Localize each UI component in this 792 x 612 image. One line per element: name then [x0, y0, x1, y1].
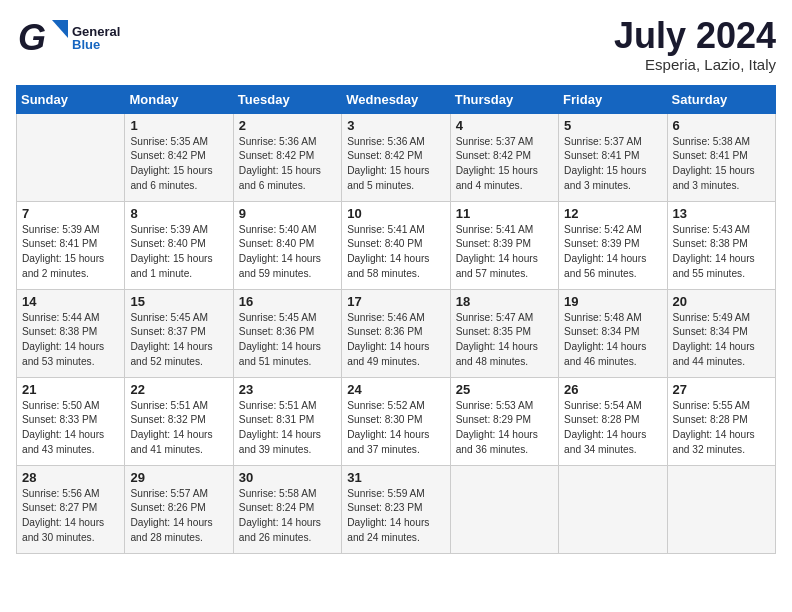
weekday-header-saturday: Saturday	[667, 85, 775, 113]
weekday-header-monday: Monday	[125, 85, 233, 113]
svg-marker-1	[52, 20, 68, 38]
cell-sun-info: Sunrise: 5:56 AMSunset: 8:27 PMDaylight:…	[22, 487, 119, 546]
cell-sun-info: Sunrise: 5:38 AMSunset: 8:41 PMDaylight:…	[673, 135, 770, 194]
calendar-cell: 20Sunrise: 5:49 AMSunset: 8:34 PMDayligh…	[667, 289, 775, 377]
day-number: 24	[347, 382, 444, 397]
cell-sun-info: Sunrise: 5:45 AMSunset: 8:36 PMDaylight:…	[239, 311, 336, 370]
day-number: 31	[347, 470, 444, 485]
weekday-header-wednesday: Wednesday	[342, 85, 450, 113]
weekday-header-sunday: Sunday	[17, 85, 125, 113]
calendar-cell: 22Sunrise: 5:51 AMSunset: 8:32 PMDayligh…	[125, 377, 233, 465]
week-row-1: 1Sunrise: 5:35 AMSunset: 8:42 PMDaylight…	[17, 113, 776, 201]
day-number: 13	[673, 206, 770, 221]
day-number: 22	[130, 382, 227, 397]
calendar-cell: 26Sunrise: 5:54 AMSunset: 8:28 PMDayligh…	[559, 377, 667, 465]
cell-sun-info: Sunrise: 5:54 AMSunset: 8:28 PMDaylight:…	[564, 399, 661, 458]
calendar-cell: 1Sunrise: 5:35 AMSunset: 8:42 PMDaylight…	[125, 113, 233, 201]
weekday-header-thursday: Thursday	[450, 85, 558, 113]
day-number: 10	[347, 206, 444, 221]
cell-sun-info: Sunrise: 5:47 AMSunset: 8:35 PMDaylight:…	[456, 311, 553, 370]
day-number: 11	[456, 206, 553, 221]
day-number: 14	[22, 294, 119, 309]
calendar-cell: 23Sunrise: 5:51 AMSunset: 8:31 PMDayligh…	[233, 377, 341, 465]
title-area: July 2024 Esperia, Lazio, Italy	[614, 16, 776, 73]
cell-sun-info: Sunrise: 5:39 AMSunset: 8:40 PMDaylight:…	[130, 223, 227, 282]
weekday-header-row: SundayMondayTuesdayWednesdayThursdayFrid…	[17, 85, 776, 113]
cell-sun-info: Sunrise: 5:52 AMSunset: 8:30 PMDaylight:…	[347, 399, 444, 458]
logo: G General Blue	[16, 16, 120, 60]
day-number: 21	[22, 382, 119, 397]
week-row-3: 14Sunrise: 5:44 AMSunset: 8:38 PMDayligh…	[17, 289, 776, 377]
calendar-cell: 27Sunrise: 5:55 AMSunset: 8:28 PMDayligh…	[667, 377, 775, 465]
calendar-cell: 28Sunrise: 5:56 AMSunset: 8:27 PMDayligh…	[17, 465, 125, 553]
calendar-cell: 12Sunrise: 5:42 AMSunset: 8:39 PMDayligh…	[559, 201, 667, 289]
day-number: 6	[673, 118, 770, 133]
location-label: Esperia, Lazio, Italy	[614, 56, 776, 73]
cell-sun-info: Sunrise: 5:44 AMSunset: 8:38 PMDaylight:…	[22, 311, 119, 370]
calendar-cell: 5Sunrise: 5:37 AMSunset: 8:41 PMDaylight…	[559, 113, 667, 201]
day-number: 5	[564, 118, 661, 133]
cell-sun-info: Sunrise: 5:37 AMSunset: 8:41 PMDaylight:…	[564, 135, 661, 194]
cell-sun-info: Sunrise: 5:51 AMSunset: 8:32 PMDaylight:…	[130, 399, 227, 458]
calendar-cell: 16Sunrise: 5:45 AMSunset: 8:36 PMDayligh…	[233, 289, 341, 377]
calendar-cell: 30Sunrise: 5:58 AMSunset: 8:24 PMDayligh…	[233, 465, 341, 553]
day-number: 30	[239, 470, 336, 485]
day-number: 28	[22, 470, 119, 485]
cell-sun-info: Sunrise: 5:46 AMSunset: 8:36 PMDaylight:…	[347, 311, 444, 370]
day-number: 29	[130, 470, 227, 485]
week-row-2: 7Sunrise: 5:39 AMSunset: 8:41 PMDaylight…	[17, 201, 776, 289]
calendar-cell	[17, 113, 125, 201]
calendar-cell: 3Sunrise: 5:36 AMSunset: 8:42 PMDaylight…	[342, 113, 450, 201]
cell-sun-info: Sunrise: 5:36 AMSunset: 8:42 PMDaylight:…	[239, 135, 336, 194]
day-number: 26	[564, 382, 661, 397]
cell-sun-info: Sunrise: 5:35 AMSunset: 8:42 PMDaylight:…	[130, 135, 227, 194]
calendar-cell: 15Sunrise: 5:45 AMSunset: 8:37 PMDayligh…	[125, 289, 233, 377]
calendar-cell: 8Sunrise: 5:39 AMSunset: 8:40 PMDaylight…	[125, 201, 233, 289]
calendar-cell: 7Sunrise: 5:39 AMSunset: 8:41 PMDaylight…	[17, 201, 125, 289]
day-number: 2	[239, 118, 336, 133]
week-row-4: 21Sunrise: 5:50 AMSunset: 8:33 PMDayligh…	[17, 377, 776, 465]
day-number: 18	[456, 294, 553, 309]
day-number: 12	[564, 206, 661, 221]
cell-sun-info: Sunrise: 5:57 AMSunset: 8:26 PMDaylight:…	[130, 487, 227, 546]
weekday-header-friday: Friday	[559, 85, 667, 113]
cell-sun-info: Sunrise: 5:41 AMSunset: 8:39 PMDaylight:…	[456, 223, 553, 282]
month-year-title: July 2024	[614, 16, 776, 56]
calendar-cell	[450, 465, 558, 553]
calendar-cell: 24Sunrise: 5:52 AMSunset: 8:30 PMDayligh…	[342, 377, 450, 465]
calendar-cell: 25Sunrise: 5:53 AMSunset: 8:29 PMDayligh…	[450, 377, 558, 465]
day-number: 7	[22, 206, 119, 221]
cell-sun-info: Sunrise: 5:53 AMSunset: 8:29 PMDaylight:…	[456, 399, 553, 458]
cell-sun-info: Sunrise: 5:45 AMSunset: 8:37 PMDaylight:…	[130, 311, 227, 370]
calendar-cell: 21Sunrise: 5:50 AMSunset: 8:33 PMDayligh…	[17, 377, 125, 465]
cell-sun-info: Sunrise: 5:59 AMSunset: 8:23 PMDaylight:…	[347, 487, 444, 546]
day-number: 3	[347, 118, 444, 133]
day-number: 4	[456, 118, 553, 133]
calendar-cell: 13Sunrise: 5:43 AMSunset: 8:38 PMDayligh…	[667, 201, 775, 289]
day-number: 25	[456, 382, 553, 397]
logo-icon-area: G	[16, 16, 68, 60]
calendar-cell: 17Sunrise: 5:46 AMSunset: 8:36 PMDayligh…	[342, 289, 450, 377]
day-number: 19	[564, 294, 661, 309]
calendar-cell	[667, 465, 775, 553]
cell-sun-info: Sunrise: 5:51 AMSunset: 8:31 PMDaylight:…	[239, 399, 336, 458]
day-number: 23	[239, 382, 336, 397]
calendar-cell: 2Sunrise: 5:36 AMSunset: 8:42 PMDaylight…	[233, 113, 341, 201]
calendar-cell: 14Sunrise: 5:44 AMSunset: 8:38 PMDayligh…	[17, 289, 125, 377]
day-number: 16	[239, 294, 336, 309]
cell-sun-info: Sunrise: 5:39 AMSunset: 8:41 PMDaylight:…	[22, 223, 119, 282]
page-header: G General Blue July 2024 Esperia, Lazio,…	[16, 16, 776, 73]
logo-svg: G	[16, 16, 68, 60]
cell-sun-info: Sunrise: 5:42 AMSunset: 8:39 PMDaylight:…	[564, 223, 661, 282]
cell-sun-info: Sunrise: 5:55 AMSunset: 8:28 PMDaylight:…	[673, 399, 770, 458]
calendar-cell: 29Sunrise: 5:57 AMSunset: 8:26 PMDayligh…	[125, 465, 233, 553]
day-number: 17	[347, 294, 444, 309]
calendar-cell	[559, 465, 667, 553]
calendar-cell: 11Sunrise: 5:41 AMSunset: 8:39 PMDayligh…	[450, 201, 558, 289]
day-number: 9	[239, 206, 336, 221]
calendar-table: SundayMondayTuesdayWednesdayThursdayFrid…	[16, 85, 776, 554]
cell-sun-info: Sunrise: 5:36 AMSunset: 8:42 PMDaylight:…	[347, 135, 444, 194]
cell-sun-info: Sunrise: 5:49 AMSunset: 8:34 PMDaylight:…	[673, 311, 770, 370]
day-number: 15	[130, 294, 227, 309]
calendar-cell: 6Sunrise: 5:38 AMSunset: 8:41 PMDaylight…	[667, 113, 775, 201]
